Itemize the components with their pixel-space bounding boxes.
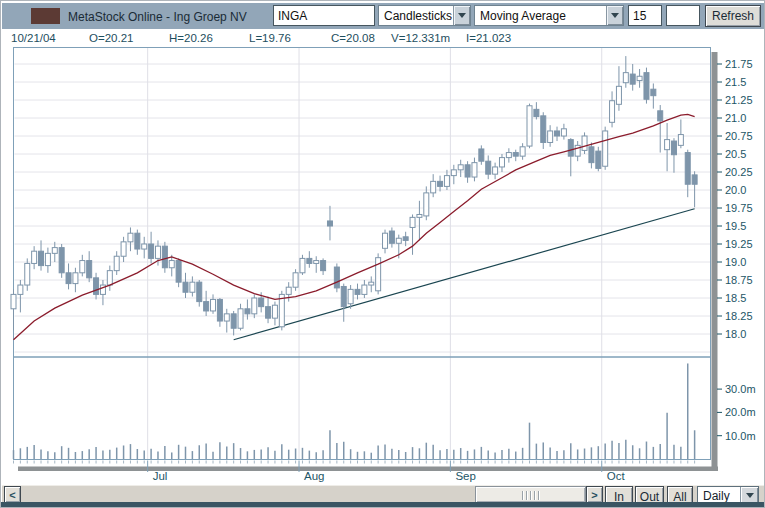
svg-text:20.25: 20.25: [725, 166, 753, 178]
month-label: Oct: [607, 470, 626, 482]
scrollbar-thumb[interactable]: [475, 486, 586, 503]
svg-text:19.0: 19.0: [725, 256, 746, 268]
month-label: Sep: [455, 470, 475, 482]
svg-text:20.5: 20.5: [725, 148, 746, 160]
svg-text:19.75: 19.75: [725, 202, 753, 214]
svg-text:21.75: 21.75: [725, 58, 753, 70]
svg-text:18.75: 18.75: [725, 274, 753, 286]
svg-text:21.5: 21.5: [725, 76, 746, 88]
thumb-grip-icon: [522, 491, 540, 500]
svg-text:20.0: 20.0: [725, 184, 746, 196]
window-bottom-edge: [1, 502, 765, 507]
candlestick-volume-chart: 21.7521.521.2521.020.7520.520.2520.019.7…: [1, 1, 765, 508]
price-axis: 21.7521.521.2521.020.7520.520.2520.019.7…: [717, 58, 753, 340]
svg-text:18.25: 18.25: [725, 310, 753, 322]
svg-text:18.0: 18.0: [725, 328, 746, 340]
month-label: Aug: [304, 470, 324, 482]
svg-text:20.0m: 20.0m: [725, 406, 756, 418]
volume-axis: 30.0m20.0m10.0m: [717, 383, 756, 442]
scroll-right-button[interactable]: >: [586, 486, 603, 503]
month-label: Jul: [153, 470, 168, 482]
time-axis: JulAugSepOct: [14, 461, 695, 483]
chevron-down-icon: [746, 493, 754, 498]
svg-text:21.25: 21.25: [725, 94, 753, 106]
candles: [11, 56, 697, 335]
scroll-left-button[interactable]: <: [4, 486, 21, 503]
metastock-window: MetaStock Online - Ing Groep NV INGA Can…: [0, 0, 765, 508]
volume-bars: [14, 363, 695, 459]
svg-text:10.0m: 10.0m: [725, 430, 756, 442]
gridlines: [15, 48, 711, 460]
svg-text:30.0m: 30.0m: [725, 383, 756, 395]
svg-text:18.5: 18.5: [725, 292, 746, 304]
svg-text:20.75: 20.75: [725, 130, 753, 142]
svg-text:19.5: 19.5: [725, 220, 746, 232]
svg-text:19.25: 19.25: [725, 238, 753, 250]
svg-text:21.0: 21.0: [725, 112, 746, 124]
